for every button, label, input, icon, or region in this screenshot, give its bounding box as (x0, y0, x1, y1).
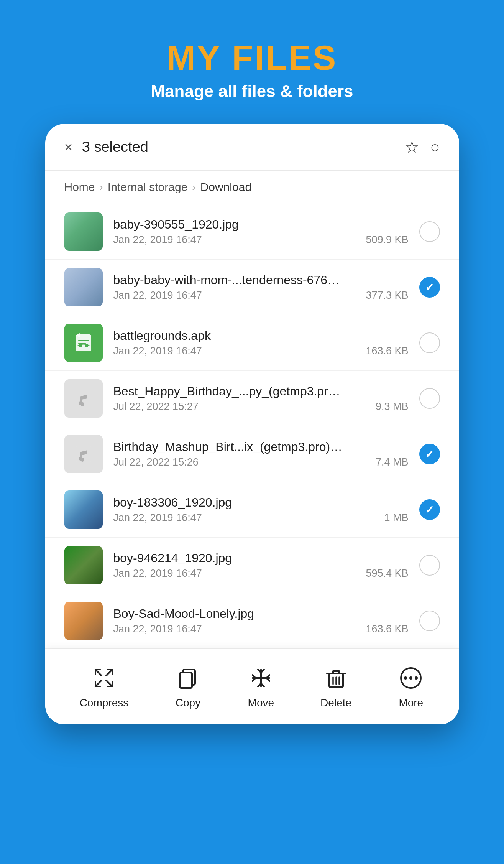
file-size: 9.3 MB (376, 401, 409, 413)
file-name: boy-946214_1920.jpg (113, 551, 343, 565)
file-name: baby-baby-with-mom-...tenderness-67663.j… (113, 273, 343, 287)
file-meta-row: Jan 22, 2019 16:47 163.6 KB (113, 345, 409, 357)
toolbar-left: × 3 selected (64, 139, 148, 155)
list-item[interactable]: battlegrounds.apk Jan 22, 2019 16:47 163… (45, 315, 459, 371)
more-icon (397, 665, 424, 691)
svg-rect-1 (78, 340, 89, 341)
svg-point-36 (415, 676, 418, 680)
select-checkbox[interactable] (419, 444, 440, 464)
file-name: boy-183306_1920.jpg (113, 495, 343, 510)
file-size: 377.3 KB (366, 290, 408, 301)
more-label: More (399, 697, 423, 709)
list-item[interactable]: boy-946214_1920.jpg Jan 22, 2019 16:47 5… (45, 538, 459, 593)
file-date: Jan 22, 2019 16:47 (113, 290, 202, 301)
selected-count-label: 3 selected (82, 139, 148, 155)
file-info: Boy-Sad-Mood-Lonely.jpg Jan 22, 2019 16:… (113, 607, 409, 635)
file-thumbnail (64, 212, 103, 251)
compress-button[interactable]: Compress (80, 665, 129, 709)
hero-section: MY FILES Manage all files & folders (151, 0, 353, 124)
file-meta-row: Jan 22, 2019 16:47 509.9 KB (113, 234, 409, 246)
select-checkbox[interactable] (419, 277, 440, 298)
favorite-button[interactable]: ☆ (405, 138, 419, 156)
list-item[interactable]: boy-183306_1920.jpg Jan 22, 2019 16:47 1… (45, 482, 459, 538)
file-meta-row: Jan 22, 2019 16:47 377.3 KB (113, 290, 409, 301)
page-subtitle: Manage all files & folders (151, 82, 353, 101)
file-info: Birthday_Mashup_Birt...ix_(getmp3.pro).m… (113, 440, 409, 468)
copy-button[interactable]: Copy (175, 665, 202, 709)
breadcrumb-arrow-1: › (100, 181, 103, 193)
svg-line-14 (106, 680, 112, 686)
file-meta-row: Jul 22, 2022 15:26 7.4 MB (113, 456, 409, 468)
file-name: battlegrounds.apk (113, 329, 343, 343)
file-info: boy-183306_1920.jpg Jan 22, 2019 16:47 1… (113, 495, 409, 524)
breadcrumb: Home › Internal storage › Download (45, 171, 459, 204)
file-info: battlegrounds.apk Jan 22, 2019 16:47 163… (113, 329, 409, 357)
file-size: 595.4 KB (366, 568, 408, 579)
delete-icon (323, 665, 350, 691)
file-size: 7.4 MB (376, 456, 409, 468)
svg-point-10 (80, 458, 84, 462)
compress-label: Compress (80, 697, 129, 709)
file-meta-row: Jan 22, 2019 16:47 1 MB (113, 512, 409, 524)
svg-point-4 (85, 344, 88, 347)
select-checkbox[interactable] (419, 388, 440, 409)
svg-line-17 (106, 670, 112, 676)
file-list: baby-390555_1920.jpg Jan 22, 2019 16:47 … (45, 204, 459, 649)
copy-icon (175, 665, 202, 691)
list-item[interactable]: Birthday_Mashup_Birt...ix_(getmp3.pro).m… (45, 426, 459, 482)
move-button[interactable]: Move (248, 665, 274, 709)
svg-rect-24 (180, 673, 192, 688)
svg-point-34 (404, 676, 407, 680)
select-checkbox[interactable] (419, 555, 440, 576)
list-item[interactable]: baby-baby-with-mom-...tenderness-67663.j… (45, 260, 459, 315)
delete-button[interactable]: Delete (320, 665, 351, 709)
move-label: Move (248, 697, 274, 709)
file-size: 509.9 KB (366, 234, 408, 246)
file-meta-row: Jan 22, 2019 16:47 595.4 KB (113, 568, 409, 579)
svg-point-3 (79, 344, 82, 347)
file-thumbnail (64, 379, 103, 418)
delete-label: Delete (320, 697, 351, 709)
breadcrumb-home[interactable]: Home (64, 181, 95, 194)
list-item[interactable]: Best_Happy_Birthday_...py_(getmp3.pro).m… (45, 371, 459, 426)
more-button[interactable]: More (397, 665, 424, 709)
selection-toolbar: × 3 selected ☆ ○ (45, 124, 459, 171)
page-title: MY FILES (167, 38, 337, 78)
options-button[interactable]: ○ (430, 138, 440, 156)
bottom-toolbar: Compress Copy (45, 649, 459, 724)
select-checkbox[interactable] (419, 332, 440, 353)
file-date: Jan 22, 2019 16:47 (113, 345, 202, 357)
file-name: baby-390555_1920.jpg (113, 217, 343, 232)
breadcrumb-internal-storage[interactable]: Internal storage (108, 181, 187, 194)
file-name: Boy-Sad-Mood-Lonely.jpg (113, 607, 343, 621)
file-info: baby-390555_1920.jpg Jan 22, 2019 16:47 … (113, 217, 409, 246)
file-size: 163.6 KB (366, 623, 408, 635)
select-checkbox[interactable] (419, 611, 440, 631)
file-info: Best_Happy_Birthday_...py_(getmp3.pro).m… (113, 384, 409, 413)
select-checkbox[interactable] (419, 221, 440, 242)
file-thumbnail (64, 490, 103, 529)
select-checkbox[interactable] (419, 499, 440, 520)
breadcrumb-arrow-2: › (192, 181, 195, 193)
breadcrumb-download[interactable]: Download (200, 181, 251, 194)
file-thumbnail (64, 324, 103, 362)
file-date: Jul 22, 2022 15:26 (113, 456, 199, 468)
file-date: Jan 22, 2019 16:47 (113, 568, 202, 579)
file-name: Best_Happy_Birthday_...py_(getmp3.pro).m… (113, 384, 343, 398)
file-thumbnail (64, 268, 103, 306)
close-button[interactable]: × (64, 140, 73, 155)
file-size: 163.6 KB (366, 345, 408, 357)
file-thumbnail (64, 435, 103, 473)
svg-point-7 (80, 402, 84, 406)
svg-line-11 (95, 670, 102, 676)
file-meta-row: Jan 22, 2019 16:47 163.6 KB (113, 623, 409, 635)
file-meta-row: Jul 22, 2022 15:27 9.3 MB (113, 401, 409, 413)
list-item[interactable]: Boy-Sad-Mood-Lonely.jpg Jan 22, 2019 16:… (45, 593, 459, 649)
compress-icon (90, 665, 117, 691)
phone-card: × 3 selected ☆ ○ Home › Internal storage… (45, 124, 459, 724)
list-item[interactable]: baby-390555_1920.jpg Jan 22, 2019 16:47 … (45, 204, 459, 260)
svg-line-20 (95, 680, 102, 686)
move-icon (248, 665, 274, 691)
file-date: Jan 22, 2019 16:47 (113, 512, 202, 524)
toolbar-right: ☆ ○ (405, 138, 440, 156)
